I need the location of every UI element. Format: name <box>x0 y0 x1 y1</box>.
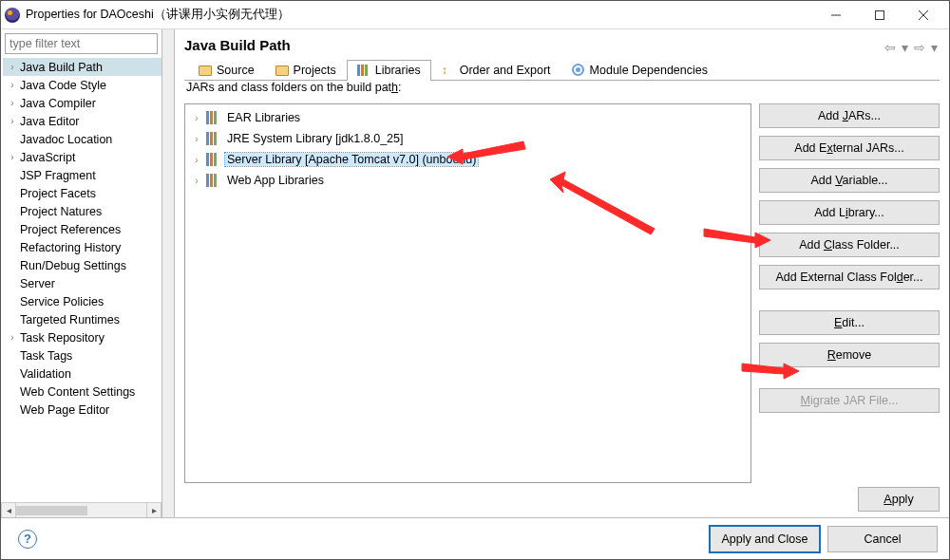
add-jars-button[interactable]: Add JARs... <box>759 103 940 128</box>
tab-source[interactable]: Source <box>188 60 265 81</box>
title-bar: Properties for DAOceshi（讲课用小实例无代理） <box>1 1 949 29</box>
tab-order-export[interactable]: Order and Export <box>431 60 561 81</box>
library-node[interactable]: ›Web App Libraries <box>187 170 749 191</box>
properties-page: Java Build Path ⇦▾ ⇨▾ Source Projects Li… <box>175 29 949 517</box>
filter-input[interactable] <box>5 33 158 54</box>
remove-button[interactable]: Remove <box>759 343 940 367</box>
sidebar-item[interactable]: Web Content Settings <box>3 383 162 401</box>
maximize-button[interactable] <box>858 1 902 29</box>
properties-dialog: Properties for DAOceshi（讲课用小实例无代理） ›Java… <box>0 0 950 560</box>
nav-h-scrollbar[interactable]: ◂ ▸ <box>1 502 162 517</box>
dialog-footer: ? Apply and Close Cancel <box>1 517 949 559</box>
forward-menu-icon[interactable]: ▾ <box>929 40 940 55</box>
cancel-button[interactable]: Cancel <box>827 526 938 552</box>
sidebar-item[interactable]: Run/Debug Settings <box>3 256 162 274</box>
sidebar-item[interactable]: Project Facets <box>3 184 162 202</box>
category-nav: ›Java Build Path›Java Code Style›Java Co… <box>1 29 162 517</box>
sidebar-item[interactable]: Web Page Editor <box>3 401 162 419</box>
sidebar-item[interactable]: ›Task Repository <box>3 328 162 346</box>
add-library-button[interactable]: Add Library... <box>759 200 940 225</box>
sidebar-item[interactable]: ›JavaScript <box>3 148 162 166</box>
add-variable-button[interactable]: Add Variable... <box>759 168 940 193</box>
split-gutter[interactable] <box>162 29 175 517</box>
close-button[interactable] <box>902 1 945 29</box>
sidebar-item[interactable]: ›Java Editor <box>3 112 162 130</box>
history-nav: ⇦▾ ⇨▾ <box>883 40 940 55</box>
sidebar-item[interactable]: Validation <box>3 364 162 383</box>
add-external-jars-button[interactable]: Add External JARs... <box>759 136 940 160</box>
sidebar-item[interactable]: Project Natures <box>3 202 162 220</box>
sidebar-item[interactable]: Project References <box>3 220 162 238</box>
sidebar-item[interactable]: ›Java Code Style <box>3 76 162 94</box>
add-class-folder-button[interactable]: Add Class Folder... <box>759 233 940 257</box>
sidebar-item[interactable]: Server <box>3 274 162 292</box>
eclipse-icon <box>5 8 20 23</box>
library-node[interactable]: ›JRE System Library [jdk1.8.0_25] <box>187 128 749 149</box>
apply-button[interactable]: Apply <box>858 487 940 512</box>
add-external-class-folder-button[interactable]: Add External Class Folder... <box>759 265 940 289</box>
forward-icon[interactable]: ⇨ <box>912 40 927 55</box>
sidebar-item[interactable]: Task Tags <box>3 346 162 364</box>
help-icon[interactable]: ? <box>18 530 37 549</box>
sidebar-item[interactable]: JSP Fragment <box>3 166 162 184</box>
page-title: Java Build Path <box>184 37 883 53</box>
tab-libraries[interactable]: Libraries <box>347 60 431 81</box>
back-menu-icon[interactable]: ▾ <box>900 40 910 55</box>
library-node[interactable]: ›EAR Libraries <box>187 107 749 128</box>
libraries-actions: Add JARs... Add External JARs... Add Var… <box>759 103 940 483</box>
tab-module-deps[interactable]: Module Dependencies <box>561 60 718 81</box>
migrate-jar-button: Migrate JAR File... <box>759 388 940 413</box>
libraries-caption: JARs and class folders on the build path… <box>186 81 940 94</box>
sidebar-item[interactable]: ›Java Compiler <box>3 94 162 112</box>
window-title: Properties for DAOceshi（讲课用小实例无代理） <box>26 7 814 23</box>
scroll-left-icon[interactable]: ◂ <box>1 503 16 518</box>
tab-projects[interactable]: Projects <box>265 60 347 81</box>
sidebar-item[interactable]: ›Java Build Path <box>3 58 162 76</box>
apply-and-close-button[interactable]: Apply and Close <box>710 526 820 552</box>
minimize-button[interactable] <box>814 1 858 29</box>
category-tree[interactable]: ›Java Build Path›Java Code Style›Java Co… <box>1 58 162 419</box>
sidebar-item[interactable]: Targeted Runtimes <box>3 310 162 328</box>
sidebar-item[interactable]: Refactoring History <box>3 238 162 256</box>
back-icon[interactable]: ⇦ <box>883 40 898 55</box>
build-path-tabs: Source Projects Libraries Order and Expo… <box>184 59 940 81</box>
libraries-tree[interactable]: ›EAR Libraries›JRE System Library [jdk1.… <box>184 103 751 483</box>
sidebar-item[interactable]: Service Policies <box>3 292 162 310</box>
svg-rect-0 <box>876 10 884 19</box>
edit-button[interactable]: Edit... <box>759 310 940 335</box>
scroll-thumb[interactable] <box>16 506 87 515</box>
sidebar-item[interactable]: Javadoc Location <box>3 130 162 148</box>
library-node[interactable]: ›Server Library [Apache Tomcat v7.0] (un… <box>187 149 749 170</box>
scroll-right-icon[interactable]: ▸ <box>146 503 162 518</box>
